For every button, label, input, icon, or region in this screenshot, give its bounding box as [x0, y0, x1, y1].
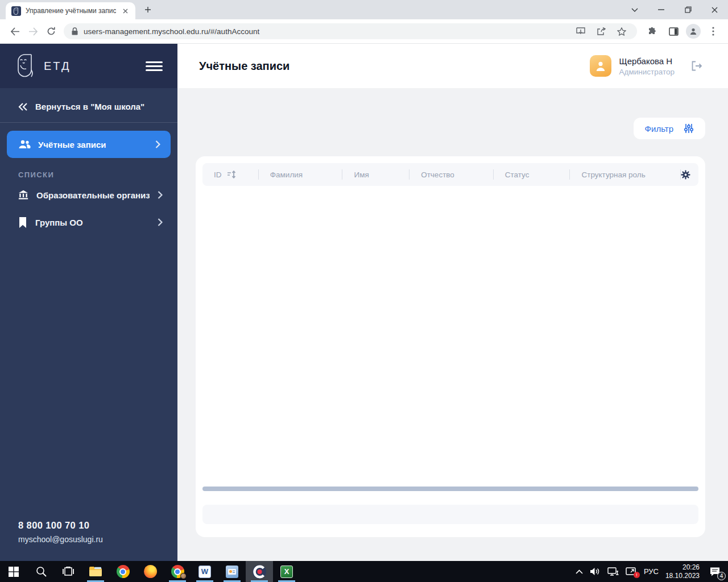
bank-icon [18, 190, 28, 200]
back-icon[interactable] [6, 22, 24, 40]
sidebar-item-label: Учётные записи [38, 140, 106, 149]
refresh-icon[interactable] [42, 22, 60, 40]
site-favicon-icon [11, 6, 21, 16]
file-explorer-icon[interactable] [82, 561, 109, 582]
column-header-id[interactable]: ID [202, 169, 258, 180]
filter-label: Фильтр [645, 124, 673, 134]
sidebar-item-edu-organizations[interactable]: Образовательные организа... [0, 181, 177, 209]
column-header-firstname[interactable]: Имя [342, 169, 409, 180]
tab-title: Управление учётными записям [26, 7, 116, 15]
side-panel-icon[interactable] [664, 22, 682, 40]
browser-menu-kebab-icon[interactable] [704, 22, 722, 40]
filter-button[interactable]: Фильтр [634, 118, 705, 139]
word-icon[interactable]: W [191, 561, 218, 582]
logo-text: ЕТД [44, 60, 71, 73]
install-app-icon[interactable] [573, 24, 588, 39]
logout-icon[interactable] [688, 57, 705, 74]
sidebar-item-label: Образовательные организа... [36, 190, 150, 200]
sidebar-section-title: СПИСКИ [18, 171, 177, 179]
notification-center-icon[interactable]: 4 [706, 564, 723, 579]
chrome-icon[interactable] [109, 561, 136, 582]
logo-block: ЕТД [0, 44, 177, 88]
tray-expand-chevron-icon[interactable] [576, 569, 583, 574]
user-name: Щербакова Н [619, 56, 675, 66]
window-close-button[interactable] [701, 0, 728, 19]
active-c-app-icon[interactable] [246, 561, 273, 582]
alert-badge: ! [634, 572, 640, 578]
users-icon [18, 140, 31, 149]
column-header-middlename[interactable]: Отчество [409, 169, 493, 180]
column-header-lastname[interactable]: Фамилия [258, 169, 342, 180]
start-button[interactable] [0, 561, 27, 582]
extensions-puzzle-icon[interactable] [643, 22, 661, 40]
share-icon[interactable] [594, 24, 609, 39]
sidebar-item-accounts[interactable]: Учётные записи [7, 131, 171, 158]
user-role: Администратор [619, 68, 675, 76]
back-to-myschool-link[interactable]: Вернуться в "Моя школа" [0, 88, 177, 122]
notification-count-badge: 4 [717, 572, 726, 580]
system-tray: ! РУС 20:26 18.10.2023 4 [576, 561, 728, 582]
network-icon[interactable] [607, 567, 619, 576]
browser-profile-avatar[interactable] [686, 24, 701, 39]
support-email: myschool@gosuslugi.ru [18, 535, 159, 544]
url-bar[interactable]: users-management.myschool.edu.ru/#/authA… [64, 23, 637, 39]
user-profile[interactable]: Щербакова Н Администратор [590, 55, 675, 77]
window-minimize-button[interactable] [648, 0, 675, 19]
column-header-status[interactable]: Статус [493, 169, 570, 180]
presentation-app-icon[interactable] [218, 561, 246, 582]
table-footer-bar [202, 505, 698, 524]
task-view-icon[interactable] [55, 561, 82, 582]
sidebar-item-oo-groups[interactable]: Группы ОО [0, 209, 177, 236]
support-phone: 8 800 100 70 10 [18, 520, 159, 531]
sort-icon[interactable] [227, 171, 237, 178]
chevron-right-icon [158, 191, 163, 199]
chevron-right-icon [158, 218, 163, 226]
page-header: Учётные записи Щербакова Н Администратор [177, 44, 728, 88]
sidebar-divider [0, 122, 177, 123]
lock-icon [72, 27, 78, 35]
browser-toolbar: users-management.myschool.edu.ru/#/authA… [0, 19, 728, 44]
firefox-icon[interactable] [136, 561, 164, 582]
column-header-structural-role[interactable]: Структурная роль [569, 169, 680, 180]
tab-search-icon[interactable] [621, 0, 648, 19]
hamburger-menu-icon[interactable] [146, 57, 163, 74]
taskbar-search-icon[interactable] [27, 561, 55, 582]
profile-photo-badge [180, 573, 187, 579]
horizontal-scrollbar[interactable] [202, 487, 698, 491]
back-label: Вернуться в "Моя школа" [35, 102, 144, 111]
new-tab-button[interactable] [140, 2, 156, 18]
bookmark-icon [18, 217, 27, 228]
volume-icon[interactable] [590, 567, 601, 576]
browser-tab-strip: Управление учётными записям [0, 0, 728, 19]
double-chevron-left-icon [18, 103, 28, 111]
user-avatar [590, 55, 611, 77]
table-settings-cell [680, 169, 698, 180]
tray-time: 20:26 [665, 563, 700, 572]
windows-taskbar: W X ! РУС 20:26 18.10.2023 4 [0, 561, 728, 582]
bookmark-star-icon[interactable] [614, 24, 629, 39]
gear-icon[interactable] [681, 170, 690, 180]
window-restore-button[interactable] [675, 0, 701, 19]
browser-tab[interactable]: Управление учётными записям [6, 2, 135, 19]
chrome-profile-icon[interactable] [164, 561, 191, 582]
url-text[interactable]: users-management.myschool.edu.ru/#/authA… [84, 27, 568, 36]
forward-icon[interactable] [24, 22, 42, 40]
table-header-row: ID Фамилия Имя Отчество Статус Структурн… [202, 163, 698, 186]
clock[interactable]: 20:26 18.10.2023 [665, 563, 700, 580]
language-indicator[interactable]: РУС [644, 567, 659, 576]
page-title: Учётные записи [199, 60, 289, 73]
tray-date: 18.10.2023 [665, 572, 700, 580]
accounts-table-card: ID Фамилия Имя Отчество Статус Структурн… [196, 156, 705, 537]
sidebar-footer: 8 800 100 70 10 myschool@gosuslugi.ru [0, 520, 177, 561]
filter-sliders-icon [684, 123, 694, 134]
tab-close-icon[interactable] [121, 6, 130, 15]
chevron-right-icon [155, 140, 160, 148]
owl-logo-icon [15, 53, 36, 79]
excel-icon[interactable]: X [273, 561, 300, 582]
table-body-empty [202, 186, 698, 487]
sidebar: ЕТД Вернуться в "Моя школа" Учётные запи… [0, 44, 177, 561]
sidebar-item-label: Группы ОО [35, 218, 83, 227]
